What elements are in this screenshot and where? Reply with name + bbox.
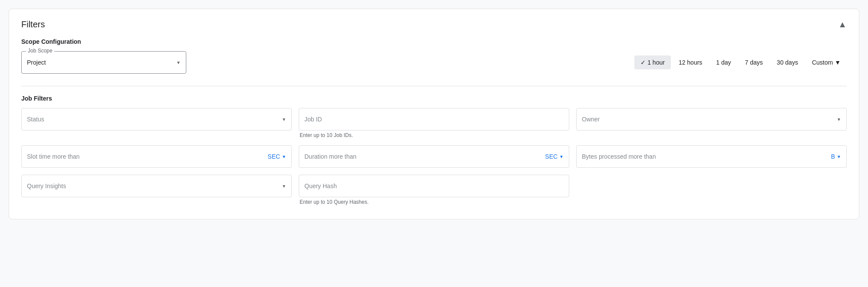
slot-time-label: Slot time more than — [27, 153, 79, 160]
query-hash-field[interactable] — [299, 175, 569, 197]
job-filters-title: Job Filters — [21, 95, 847, 102]
time-btn-12hours[interactable]: 12 hours — [673, 55, 708, 69]
time-btn-1day[interactable]: 1 day — [710, 55, 737, 69]
time-btn-7days[interactable]: 7 days — [739, 55, 769, 69]
spacer-col — [576, 175, 847, 205]
query-insights-arrow: ▼ — [282, 184, 286, 189]
check-icon: ✓ — [640, 59, 647, 66]
duration-unit-arrow[interactable]: ▼ — [559, 154, 564, 159]
job-id-input[interactable] — [304, 116, 564, 123]
divider — [21, 86, 847, 86]
status-label: Status — [27, 116, 44, 123]
bytes-label: Bytes processed more than — [582, 153, 656, 160]
filters-row-2: Slot time more than SEC ▼ Duration more … — [21, 145, 847, 168]
status-controls: ▼ — [282, 117, 286, 122]
job-id-field[interactable] — [299, 108, 569, 130]
job-scope-label: Job Scope — [26, 48, 54, 54]
owner-controls: ▼ — [837, 117, 841, 122]
duration-unit: SEC — [545, 153, 558, 160]
slot-time-unit: SEC — [267, 153, 280, 160]
custom-arrow-icon: ▼ — [835, 59, 841, 66]
collapse-icon[interactable]: ▲ — [838, 20, 847, 29]
slot-time-controls: SEC ▼ — [267, 153, 286, 160]
bytes-controls: B ▼ — [831, 153, 841, 160]
slot-time-field[interactable]: Slot time more than SEC ▼ — [21, 145, 292, 168]
duration-label: Duration more than — [304, 153, 356, 160]
duration-field[interactable]: Duration more than SEC ▼ — [299, 145, 569, 168]
query-hash-input[interactable] — [304, 183, 564, 189]
scope-row: Job Scope Project ▼ ✓ 1 hour 12 hours 1 … — [21, 51, 847, 74]
time-btn-custom[interactable]: Custom ▼ — [806, 55, 847, 69]
bytes-unit: B — [831, 153, 835, 160]
owner-label: Owner — [582, 116, 600, 123]
filters-row-1: Status ▼ Enter up to 10 Job IDs. Owner ▼ — [21, 108, 847, 138]
query-hash-col: Enter up to 10 Query Hashes. — [299, 175, 569, 205]
query-insights-select[interactable]: Query Insights ▼ — [21, 175, 292, 197]
query-insights-label: Query Insights — [27, 183, 66, 189]
panel-title: Filters — [21, 20, 45, 29]
panel-header: Filters ▲ — [21, 20, 847, 29]
time-btn-30days[interactable]: 30 days — [771, 55, 804, 69]
job-id-col: Enter up to 10 Job IDs. — [299, 108, 569, 138]
owner-select[interactable]: Owner ▼ — [576, 108, 847, 130]
bytes-processed-field[interactable]: Bytes processed more than B ▼ — [576, 145, 847, 168]
job-id-hint: Enter up to 10 Job IDs. — [299, 132, 569, 138]
scope-section-title: Scope Configuration — [21, 38, 847, 45]
time-options: ✓ 1 hour 12 hours 1 day 7 days 30 days C… — [634, 55, 847, 69]
bytes-unit-arrow[interactable]: ▼ — [837, 154, 841, 159]
status-select[interactable]: Status ▼ — [21, 108, 292, 130]
query-hash-hint: Enter up to 10 Query Hashes. — [299, 199, 569, 205]
slot-time-unit-arrow[interactable]: ▼ — [282, 154, 286, 159]
filters-panel: Filters ▲ Scope Configuration Job Scope … — [9, 9, 859, 219]
status-arrow-icon: ▼ — [282, 117, 286, 122]
filters-row-3: Query Insights ▼ Enter up to 10 Query Ha… — [21, 175, 847, 205]
job-scope-arrow: ▼ — [176, 60, 181, 65]
job-scope-value: Project — [27, 59, 46, 66]
query-insights-controls: ▼ — [282, 184, 286, 189]
time-btn-1hour[interactable]: ✓ 1 hour — [634, 55, 671, 69]
duration-controls: SEC ▼ — [545, 153, 564, 160]
owner-arrow-icon: ▼ — [837, 117, 841, 122]
job-scope-select[interactable]: Job Scope Project ▼ — [21, 51, 186, 74]
